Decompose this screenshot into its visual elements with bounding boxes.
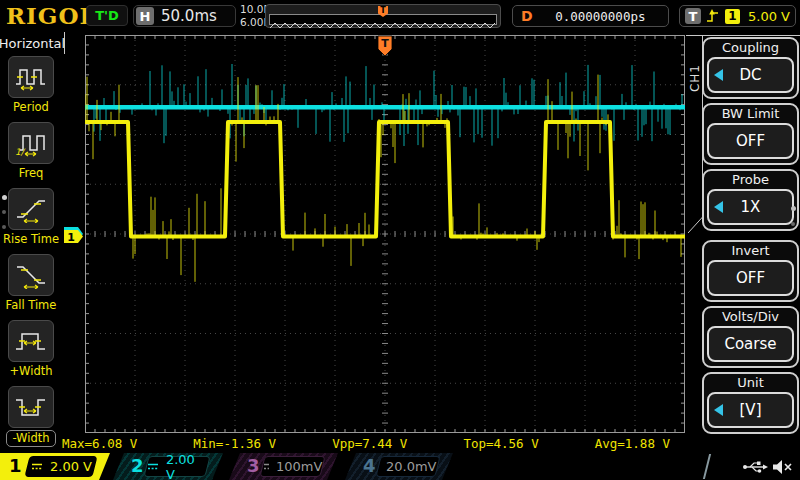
- unit-value[interactable]: [V]: [707, 392, 794, 428]
- volts-div-value-text: Coarse: [724, 335, 776, 353]
- menu-item-rise-time[interactable]: Rise Time: [0, 186, 62, 252]
- unit-value-text: [V]: [740, 401, 762, 419]
- svg-text:1/: 1/: [15, 147, 26, 157]
- dc-coupling-icon: [147, 462, 159, 471]
- page-indicator-dot: [791, 206, 796, 211]
- svg-text:T: T: [381, 37, 389, 50]
- measurement-vpp: Vpp=7.44 V: [332, 436, 407, 451]
- channel-4-scale: 20.0mV: [386, 459, 437, 474]
- channel-1-status[interactable]: 1 2.00 V: [0, 453, 110, 480]
- volts-div-title: Volts/Div: [704, 308, 797, 326]
- fall-time-label: Fall Time: [6, 298, 57, 312]
- graticule-and-traces: T: [85, 35, 685, 433]
- menu-item-probe[interactable]: Probe 1X: [702, 169, 799, 231]
- plus-width-label: +Width: [9, 364, 52, 378]
- rise-time-button[interactable]: [8, 188, 54, 230]
- menu-item-period[interactable]: Period: [0, 54, 62, 120]
- trigger-source-badge: 1: [725, 9, 740, 24]
- channel-3-scale-box: 100mV: [259, 456, 325, 477]
- channel-1-scale: 2.00 V: [50, 459, 92, 474]
- channel-2-status[interactable]: 2 2.00 V: [113, 453, 223, 480]
- frequency-icon: 1/: [14, 129, 48, 157]
- probe-title: Probe: [704, 171, 797, 189]
- menu-item-minus-width[interactable]: -Width: [0, 384, 62, 450]
- rigol-logo: RIGOL: [6, 2, 97, 29]
- menu-item-bw-limit[interactable]: BW Limit OFF: [702, 103, 799, 165]
- usb-icon: [742, 459, 769, 475]
- dc-coupling-icon: [31, 462, 43, 471]
- minus-width-label: -Width: [6, 430, 55, 447]
- preview-waveform-icon: [270, 21, 498, 30]
- speaker-muted-icon: [772, 459, 794, 475]
- channel-3-scale: 100mV: [276, 459, 322, 474]
- waveform-preview-bar: T: [265, 4, 501, 28]
- measurement-min: Min=-1.36 V: [193, 436, 276, 451]
- channel-4-status[interactable]: 4 20.0mV: [345, 453, 453, 480]
- freq-label: Freq: [19, 166, 44, 180]
- invert-title: Invert: [704, 242, 797, 260]
- right-softkey-menu: Coupling DC BW Limit OFF Probe 1X Invert…: [702, 37, 799, 434]
- horizontal-badge: H: [136, 7, 154, 25]
- rise-time-label: Rise Time: [3, 232, 59, 246]
- trigger-settings-box: T 1 5.00 V: [679, 5, 796, 27]
- page-indicator-dot: [2, 225, 6, 229]
- delay-value: 0.00000000ps: [555, 9, 645, 24]
- minus-width-button[interactable]: [8, 386, 54, 428]
- bw-limit-value[interactable]: OFF: [707, 123, 794, 159]
- channel-3-number: 3: [247, 455, 260, 477]
- delay-badge: D: [521, 8, 533, 24]
- oscilloscope-screen: { "top_bar": { "logo": "RIGOL", "trigger…: [0, 0, 800, 480]
- status-bar-separator: [703, 454, 719, 479]
- coupling-value[interactable]: DC: [707, 57, 794, 93]
- negative-pulse-width-icon: [14, 393, 48, 421]
- page-indicator-dot: [2, 210, 6, 214]
- channel-2-scale: 2.00 V: [166, 452, 207, 480]
- rise-time-icon: [14, 195, 48, 223]
- channel-4-scale-box: 20.0mV: [375, 456, 440, 477]
- freq-button[interactable]: 1/: [8, 122, 54, 164]
- coupling-title: Coupling: [704, 39, 797, 57]
- channel-menu-tab: CH1: [688, 36, 703, 216]
- selector-triangle-icon: [714, 69, 723, 81]
- period-button[interactable]: [8, 56, 54, 98]
- fall-time-button[interactable]: [8, 254, 54, 296]
- channel-4-number: 4: [363, 455, 376, 477]
- plus-width-button[interactable]: [8, 320, 54, 362]
- svg-text:1: 1: [67, 231, 75, 244]
- page-indicator-dot: [791, 222, 795, 226]
- probe-value[interactable]: 1X: [707, 189, 794, 225]
- volts-div-value[interactable]: Coarse: [707, 326, 794, 362]
- measurement-readouts: Max=6.08 V Min=-1.36 V Vpp=7.44 V Top=4.…: [62, 436, 670, 451]
- menu-item-invert[interactable]: Invert OFF: [702, 240, 799, 302]
- dc-coupling-icon: [263, 462, 269, 471]
- period-label: Period: [13, 100, 49, 114]
- timebase-value: 50.0ms: [161, 7, 217, 25]
- trigger-badge: T: [685, 8, 701, 24]
- trigger-level-value: 5.00 V: [748, 9, 790, 24]
- ch1-ground-marker-icon[interactable]: 1: [64, 226, 86, 247]
- probe-value-text: 1X: [741, 198, 761, 216]
- channel-1-scale-box: 2.00 V: [24, 456, 97, 477]
- invert-value[interactable]: OFF: [707, 260, 794, 296]
- menu-item-unit[interactable]: Unit [V]: [702, 372, 799, 434]
- menu-item-fall-time[interactable]: Fall Time: [0, 252, 62, 318]
- page-indicator-dot: [2, 195, 7, 200]
- selector-triangle-icon: [714, 404, 723, 416]
- bw-limit-title: BW Limit: [704, 105, 797, 123]
- menu-item-coupling[interactable]: Coupling DC: [702, 37, 799, 99]
- selector-triangle-icon: [714, 201, 723, 213]
- channel-status-bar: 1 2.00 V 2 2.00 V 3 100mV: [0, 453, 800, 480]
- fall-time-icon: [14, 261, 48, 289]
- channel-2-number: 2: [131, 455, 144, 477]
- left-menu-title: Horizontal: [0, 32, 65, 54]
- invert-value-text: OFF: [736, 269, 765, 287]
- menu-item-plus-width[interactable]: +Width: [0, 318, 62, 384]
- menu-item-volts-div[interactable]: Volts/Div Coarse: [702, 306, 799, 368]
- measurement-avg: Avg=1.88 V: [595, 436, 670, 451]
- period-icon: [14, 63, 48, 91]
- menu-item-freq[interactable]: 1/ Freq: [0, 120, 62, 186]
- coupling-value-text: DC: [739, 66, 761, 84]
- channel-3-status[interactable]: 3 100mV: [229, 453, 338, 480]
- unit-title: Unit: [704, 374, 797, 392]
- channel-tab-label: CH1: [688, 64, 702, 92]
